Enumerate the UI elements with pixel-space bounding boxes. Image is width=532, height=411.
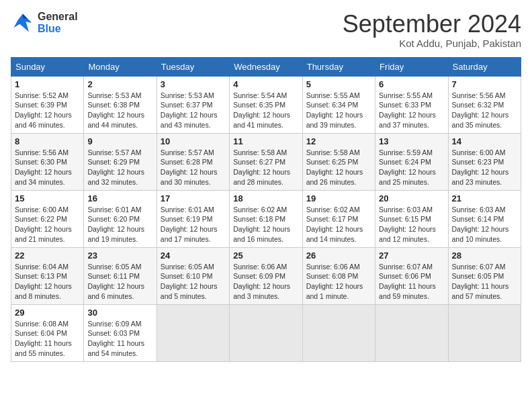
day-cell: 2 Sunrise: 5:53 AM Sunset: 6:38 PM Dayli…	[84, 76, 157, 133]
day-info: Sunrise: 5:57 AM Sunset: 6:28 PM Dayligh…	[161, 148, 226, 187]
day-number: 10	[161, 136, 226, 146]
day-number: 14	[452, 136, 517, 146]
day-number: 8	[15, 136, 80, 146]
day-info: Sunrise: 6:05 AM Sunset: 6:11 PM Dayligh…	[87, 262, 152, 302]
column-header-wednesday: Wednesday	[230, 57, 302, 76]
day-cell	[157, 304, 229, 361]
day-number: 27	[379, 250, 444, 261]
day-info: Sunrise: 5:53 AM Sunset: 6:38 PM Dayligh…	[87, 91, 152, 130]
day-info: Sunrise: 5:53 AM Sunset: 6:37 PM Dayligh…	[161, 91, 226, 130]
day-info: Sunrise: 6:06 AM Sunset: 6:08 PM Dayligh…	[306, 262, 371, 302]
day-cell: 13 Sunrise: 5:59 AM Sunset: 6:24 PM Dayl…	[375, 133, 448, 190]
day-cell: 5 Sunrise: 5:55 AM Sunset: 6:34 PM Dayli…	[302, 76, 375, 133]
week-row-3: 15 Sunrise: 6:00 AM Sunset: 6:22 PM Dayl…	[11, 190, 521, 247]
column-header-friday: Friday	[375, 57, 448, 76]
day-cell: 28 Sunrise: 6:07 AM Sunset: 6:05 PM Dayl…	[448, 247, 521, 304]
logo-icon	[11, 11, 35, 35]
day-cell	[230, 304, 302, 361]
week-row-4: 22 Sunrise: 6:04 AM Sunset: 6:13 PM Dayl…	[11, 247, 521, 304]
day-cell: 22 Sunrise: 6:04 AM Sunset: 6:13 PM Dayl…	[11, 247, 84, 304]
day-number: 21	[452, 193, 517, 203]
day-number: 29	[15, 308, 80, 318]
header-row: SundayMondayTuesdayWednesdayThursdayFrid…	[11, 57, 521, 76]
day-info: Sunrise: 6:07 AM Sunset: 6:06 PM Dayligh…	[379, 262, 444, 302]
day-info: Sunrise: 5:54 AM Sunset: 6:35 PM Dayligh…	[233, 91, 298, 130]
day-number: 18	[233, 193, 298, 203]
day-number: 1	[15, 79, 80, 89]
day-info: Sunrise: 6:09 AM Sunset: 6:03 PM Dayligh…	[87, 319, 152, 359]
location-subtitle: Kot Addu, Punjab, Pakistan	[343, 38, 521, 49]
day-cell: 29 Sunrise: 6:08 AM Sunset: 6:04 PM Dayl…	[11, 304, 84, 361]
day-info: Sunrise: 6:01 AM Sunset: 6:20 PM Dayligh…	[87, 205, 152, 244]
day-info: Sunrise: 5:58 AM Sunset: 6:25 PM Dayligh…	[306, 148, 371, 187]
day-cell: 16 Sunrise: 6:01 AM Sunset: 6:20 PM Dayl…	[84, 190, 157, 247]
day-cell	[448, 304, 521, 361]
day-number: 5	[306, 79, 371, 89]
day-info: Sunrise: 6:02 AM Sunset: 6:18 PM Dayligh…	[233, 205, 298, 244]
day-info: Sunrise: 6:08 AM Sunset: 6:04 PM Dayligh…	[15, 319, 80, 359]
day-number: 28	[452, 250, 517, 261]
day-number: 20	[379, 193, 444, 203]
day-number: 6	[379, 79, 444, 89]
day-cell: 30 Sunrise: 6:09 AM Sunset: 6:03 PM Dayl…	[84, 304, 157, 361]
day-cell: 23 Sunrise: 6:05 AM Sunset: 6:11 PM Dayl…	[84, 247, 157, 304]
column-header-thursday: Thursday	[302, 57, 375, 76]
day-number: 4	[233, 79, 298, 89]
day-cell: 10 Sunrise: 5:57 AM Sunset: 6:28 PM Dayl…	[157, 133, 229, 190]
day-number: 12	[306, 136, 371, 146]
column-header-tuesday: Tuesday	[157, 57, 229, 76]
day-number: 11	[233, 136, 298, 146]
day-number: 19	[306, 193, 371, 203]
title-block: September 2024 Kot Addu, Punjab, Pakista…	[343, 11, 521, 49]
day-cell: 27 Sunrise: 6:07 AM Sunset: 6:06 PM Dayl…	[375, 247, 448, 304]
column-header-saturday: Saturday	[448, 57, 521, 76]
day-cell: 20 Sunrise: 6:03 AM Sunset: 6:15 PM Dayl…	[375, 190, 448, 247]
day-info: Sunrise: 6:02 AM Sunset: 6:17 PM Dayligh…	[306, 205, 371, 244]
day-cell: 17 Sunrise: 6:01 AM Sunset: 6:19 PM Dayl…	[157, 190, 229, 247]
day-info: Sunrise: 6:07 AM Sunset: 6:05 PM Dayligh…	[452, 262, 517, 302]
day-number: 25	[233, 250, 298, 261]
day-number: 15	[15, 193, 80, 203]
day-info: Sunrise: 6:05 AM Sunset: 6:10 PM Dayligh…	[161, 262, 226, 302]
day-info: Sunrise: 5:58 AM Sunset: 6:27 PM Dayligh…	[233, 148, 298, 187]
day-number: 17	[161, 193, 226, 203]
day-info: Sunrise: 5:55 AM Sunset: 6:34 PM Dayligh…	[306, 91, 371, 130]
day-number: 23	[87, 250, 152, 261]
day-cell: 3 Sunrise: 5:53 AM Sunset: 6:37 PM Dayli…	[157, 76, 229, 133]
week-row-5: 29 Sunrise: 6:08 AM Sunset: 6:04 PM Dayl…	[11, 304, 521, 361]
day-cell: 8 Sunrise: 5:56 AM Sunset: 6:30 PM Dayli…	[11, 133, 84, 190]
day-number: 7	[452, 79, 517, 89]
day-info: Sunrise: 5:56 AM Sunset: 6:32 PM Dayligh…	[452, 91, 517, 130]
logo: General Blue	[11, 11, 78, 35]
day-info: Sunrise: 5:56 AM Sunset: 6:30 PM Dayligh…	[15, 148, 80, 187]
column-header-sunday: Sunday	[11, 57, 84, 76]
day-number: 24	[161, 250, 226, 261]
day-number: 3	[161, 79, 226, 89]
day-cell: 7 Sunrise: 5:56 AM Sunset: 6:32 PM Dayli…	[448, 76, 521, 133]
day-number: 16	[87, 193, 152, 203]
day-cell: 9 Sunrise: 5:57 AM Sunset: 6:29 PM Dayli…	[84, 133, 157, 190]
day-cell: 19 Sunrise: 6:02 AM Sunset: 6:17 PM Dayl…	[302, 190, 375, 247]
logo-line2: Blue	[38, 23, 78, 35]
day-cell: 21 Sunrise: 6:03 AM Sunset: 6:14 PM Dayl…	[448, 190, 521, 247]
day-number: 2	[87, 79, 152, 89]
day-number: 26	[306, 250, 371, 261]
day-info: Sunrise: 6:06 AM Sunset: 6:09 PM Dayligh…	[233, 262, 298, 302]
day-info: Sunrise: 6:04 AM Sunset: 6:13 PM Dayligh…	[15, 262, 80, 302]
day-number: 22	[15, 250, 80, 261]
week-row-2: 8 Sunrise: 5:56 AM Sunset: 6:30 PM Dayli…	[11, 133, 521, 190]
day-info: Sunrise: 5:57 AM Sunset: 6:29 PM Dayligh…	[87, 148, 152, 187]
day-info: Sunrise: 5:52 AM Sunset: 6:39 PM Dayligh…	[15, 91, 80, 130]
day-number: 30	[87, 308, 152, 318]
day-cell: 15 Sunrise: 6:00 AM Sunset: 6:22 PM Dayl…	[11, 190, 84, 247]
column-header-monday: Monday	[84, 57, 157, 76]
month-title: September 2024	[343, 11, 521, 38]
day-info: Sunrise: 5:59 AM Sunset: 6:24 PM Dayligh…	[379, 148, 444, 187]
day-cell: 14 Sunrise: 6:00 AM Sunset: 6:23 PM Dayl…	[448, 133, 521, 190]
day-info: Sunrise: 6:03 AM Sunset: 6:14 PM Dayligh…	[452, 205, 517, 244]
page-header: General Blue September 2024 Kot Addu, Pu…	[11, 11, 521, 49]
day-info: Sunrise: 6:00 AM Sunset: 6:22 PM Dayligh…	[15, 205, 80, 244]
day-cell: 24 Sunrise: 6:05 AM Sunset: 6:10 PM Dayl…	[157, 247, 229, 304]
week-row-1: 1 Sunrise: 5:52 AM Sunset: 6:39 PM Dayli…	[11, 76, 521, 133]
day-cell: 11 Sunrise: 5:58 AM Sunset: 6:27 PM Dayl…	[230, 133, 302, 190]
